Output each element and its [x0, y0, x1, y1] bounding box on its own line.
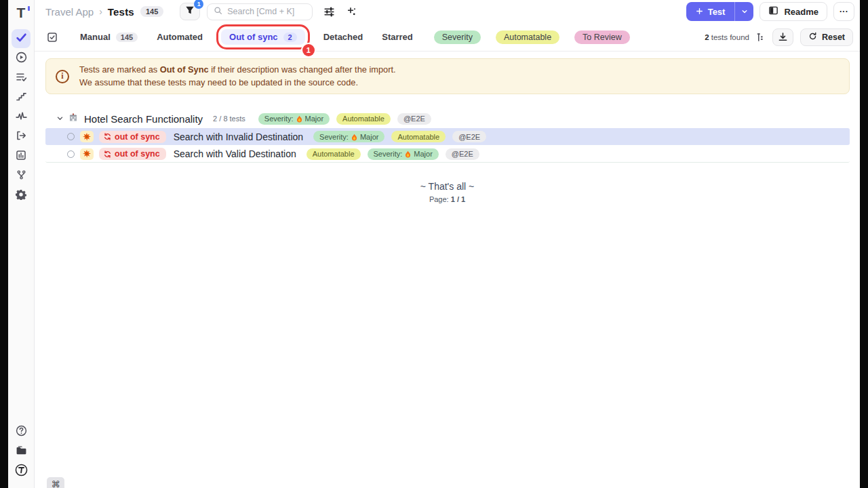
sidebar-item-help[interactable] — [12, 422, 31, 441]
filter-pill-automatable[interactable]: Automatable — [496, 30, 559, 44]
export-button[interactable] — [772, 28, 793, 46]
suite-badges: Severity: MajorAutomatable@E2E — [258, 113, 431, 125]
steps-icon — [16, 91, 26, 104]
tab-out-of-sync[interactable]: Out of sync21 — [221, 29, 305, 45]
new-test-button[interactable]: Test — [686, 2, 735, 21]
sidebar-item-settings[interactable] — [12, 186, 31, 205]
out-of-sync-label: out of sync — [115, 132, 160, 142]
header-actions: Test Readme ... — [686, 2, 854, 21]
search-input[interactable]: Search [Cmd + K] — [207, 3, 313, 20]
test-row[interactable]: out of syncSearch with Valid Destination… — [45, 146, 850, 163]
sidebar-item-plans[interactable] — [12, 68, 31, 87]
tab-count-badge: 145 — [116, 33, 138, 42]
sidebar-item-runs[interactable] — [12, 49, 31, 68]
test-badge-e2e: @E2E — [452, 131, 486, 142]
suite-badge-e2e: @E2E — [397, 113, 431, 125]
command-key-button[interactable]: ⌘ — [47, 477, 64, 488]
sidebar-item-brand[interactable] — [12, 462, 31, 481]
tab-label: Starred — [382, 32, 413, 42]
filter-pills: SeverityAutomatableTo Review — [434, 30, 630, 44]
tab-count-badge: 2 — [283, 33, 297, 42]
new-test-label: Test — [708, 7, 726, 17]
annotation-step-badge: 1 — [302, 44, 315, 56]
test-row[interactable]: out of syncSearch with Invalid Destinati… — [45, 128, 850, 145]
info-banner-text: Tests are marked as Out of Sync if their… — [79, 64, 396, 89]
runs-icon — [16, 52, 27, 66]
left-black-bar — [0, 0, 8, 488]
test-badge-severity-major: Severity: Major — [368, 148, 439, 160]
more-options-button[interactable]: ... — [833, 2, 854, 21]
reset-label: Reset — [822, 33, 845, 42]
toolbar-right: 2tests found Reset — [705, 28, 853, 46]
info-banner-line1: Tests are marked as Out of Sync if their… — [79, 64, 396, 77]
breadcrumb-page-title: Tests — [108, 6, 134, 18]
sparkles-icon[interactable] — [346, 6, 357, 17]
bulk-edit-icon[interactable] — [47, 32, 58, 43]
brand-icon — [15, 464, 28, 479]
branches-icon — [16, 169, 26, 183]
tab-starred[interactable]: Starred — [376, 29, 419, 45]
funnel-icon — [185, 5, 195, 18]
ellipsis-icon: ... — [840, 5, 848, 14]
status-circle-icon[interactable] — [67, 150, 75, 158]
collision-emoji-icon — [80, 148, 94, 160]
test-badge-e2e: @E2E — [446, 148, 479, 160]
sliders-icon[interactable] — [323, 6, 335, 18]
tab-manual[interactable]: Manual145 — [74, 29, 144, 45]
filter-tabs: Manual145AutomatedOut of sync21DetachedS… — [74, 29, 419, 45]
hotel-building-icon — [68, 113, 78, 125]
suite-meta: 2 / 8 tests — [213, 115, 245, 123]
test-title[interactable]: Search with Valid Destination — [174, 148, 296, 159]
filter-pill-to-review[interactable]: To Review — [574, 30, 630, 44]
sidebar-item-branches[interactable] — [12, 167, 31, 186]
filter-pill-severity[interactable]: Severity — [434, 30, 481, 44]
test-badges: Severity: MajorAutomatable@E2E — [313, 131, 486, 142]
app-logo[interactable]: T — [11, 3, 31, 23]
test-badge-severity-major: Severity: Major — [313, 131, 384, 142]
sidebar-item-import[interactable] — [12, 127, 31, 146]
import-icon — [16, 130, 26, 144]
breadcrumb-project[interactable]: Travel App — [45, 6, 94, 18]
test-title[interactable]: Search with Invalid Destination — [174, 131, 303, 142]
sidebar-item-steps[interactable] — [12, 88, 31, 107]
sidebar: T — [8, 0, 35, 488]
reset-button[interactable]: Reset — [800, 28, 853, 46]
sidebar-item-docs[interactable] — [12, 442, 31, 461]
info-banner-line2: We assume that these tests may need to b… — [79, 77, 396, 89]
tab-detached[interactable]: Detached — [317, 29, 370, 45]
pagination: Page: 1 / 1 — [35, 195, 860, 203]
collision-emoji-icon — [80, 131, 94, 142]
readme-button[interactable]: Readme — [760, 2, 827, 21]
sidebar-item-tests[interactable] — [12, 29, 31, 48]
tests-icon — [16, 32, 27, 46]
suite-title[interactable]: Hotel Search Functionality — [84, 113, 203, 125]
app-logo-letter: T — [17, 5, 26, 21]
status-circle-icon[interactable] — [67, 133, 75, 140]
sidebar-item-pulse[interactable] — [12, 108, 31, 127]
end-of-list-text: ~ That's all ~ — [35, 181, 860, 192]
new-test-split-button[interactable]: Test — [686, 2, 754, 21]
filter-button[interactable]: 1 — [180, 3, 200, 20]
right-black-bar — [860, 0, 868, 488]
test-list: Hotel Search Functionality 2 / 8 tests S… — [35, 94, 860, 163]
chevron-down-icon — [741, 8, 748, 15]
info-icon: i — [56, 70, 69, 83]
filter-toolbar: Manual145AutomatedOut of sync21DetachedS… — [35, 23, 860, 52]
filter-count-badge: 1 — [194, 0, 203, 9]
tab-automated[interactable]: Automated — [151, 29, 209, 45]
suite-row[interactable]: Hotel Search Functionality 2 / 8 tests S… — [45, 110, 850, 127]
readme-label: Readme — [784, 7, 818, 17]
tab-label: Out of sync — [229, 32, 278, 42]
tree-view-icon[interactable] — [756, 33, 766, 42]
sidebar-item-analytics[interactable] — [12, 147, 31, 166]
chevron-down-icon[interactable] — [56, 113, 64, 125]
tab-label: Detached — [323, 32, 363, 42]
sidebar-bottom-items — [12, 422, 31, 481]
suite-badge-automatable: Automatable — [336, 113, 391, 125]
plans-icon — [16, 71, 27, 85]
book-icon — [768, 5, 778, 18]
docs-icon — [16, 445, 27, 459]
new-test-dropdown-button[interactable] — [735, 2, 753, 21]
download-icon — [778, 32, 788, 42]
search-icon — [214, 6, 222, 17]
